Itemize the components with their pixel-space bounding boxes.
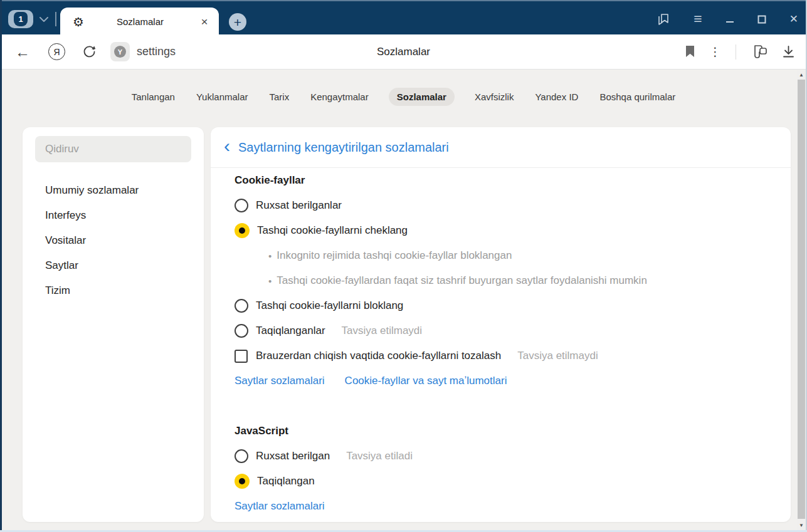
radio-row-taqiqlanganlar[interactable]: Taqiqlanganlar Tavsiya etilmaydi <box>211 318 791 343</box>
reload-icon[interactable] <box>82 44 97 59</box>
scroll-up-icon[interactable]: ▲ <box>797 70 806 79</box>
radio-unselected[interactable] <box>235 199 248 212</box>
radio-selected[interactable] <box>235 223 250 238</box>
toolbar-separator <box>736 44 736 60</box>
radio-row-tashqi-cheklang[interactable]: Tashqi cookie-fayllarni cheklang <box>211 218 791 243</box>
settings-gear-icon: ⚙ <box>73 16 84 28</box>
back-arrow-icon[interactable]: ← <box>15 43 30 61</box>
nav-tab-yandex-id[interactable]: Yandex ID <box>534 88 579 106</box>
nav-tab-xavfsizlik[interactable]: Xavfsizlik <box>473 88 515 106</box>
back-chevron-icon[interactable]: ‹ <box>224 137 230 155</box>
checkbox-label: Brauzerdan chiqish vaqtida cookie-faylla… <box>256 350 501 362</box>
tab-list-chevron-down-icon[interactable] <box>36 10 51 28</box>
sidebar-item-umumiy-sozlamalar[interactable]: Umumiy sozlamalar <box>23 178 204 203</box>
window-maximize-icon[interactable] <box>757 15 766 24</box>
window-close-icon[interactable]: ✕ <box>789 13 798 26</box>
menu-hamburger-icon[interactable]: ≡ <box>694 11 702 28</box>
javascript-links-row: Saytlar sozlamalari <box>211 494 791 519</box>
side-panels-icon[interactable] <box>657 13 670 26</box>
address-url[interactable]: settings <box>137 45 176 58</box>
recommendation-note: Tavsiya etilmaydi <box>342 325 423 337</box>
advanced-site-settings-header[interactable]: ‹ Saytlarning kengaytirilgan sozlamalari <box>211 127 791 168</box>
favicon-y-icon: Y <box>114 46 126 58</box>
yandex-logo-icon[interactable]: Я <box>48 43 65 60</box>
tab-count-badge: 1 <box>14 12 28 26</box>
checkbox-unchecked[interactable] <box>235 350 248 363</box>
nav-tab-yuklanmalar[interactable]: Yuklanmalar <box>195 88 250 106</box>
cookie-bullet-2: • Tashqi cookie-fayllardan faqat siz tas… <box>211 268 791 293</box>
window-minimize-icon[interactable] <box>725 15 734 24</box>
sidebar-item-tizim[interactable]: Tizim <box>23 278 204 303</box>
javascript-section: JavaScript Ruxsat berilgan Tavsiya etila… <box>211 419 791 519</box>
radio-label: Taqiqlangan <box>257 475 315 488</box>
link-saytlar-sozlamalari[interactable]: Saytlar sozlamalari <box>235 375 325 387</box>
section-gap <box>211 394 791 419</box>
radio-row-taqiqlangan[interactable]: Taqiqlangan <box>211 469 791 494</box>
radio-unselected[interactable] <box>235 324 248 338</box>
cookie-links-row: Saytlar sozlamalari Cookie-fayllar va sa… <box>211 368 791 394</box>
toolbar-page-title: Sozlamalar <box>377 46 430 58</box>
recommendation-note: Tavsiya etiladi <box>346 450 413 462</box>
nav-tab-tanlangan[interactable]: Tanlangan <box>130 88 176 106</box>
sidebar-item-interfeys[interactable]: Interfeys <box>23 203 204 228</box>
radio-row-tashqi-bloklang[interactable]: Tashqi cookie-fayllarni bloklang <box>211 293 791 318</box>
new-tab-button[interactable]: + <box>229 13 246 31</box>
radio-label: Ruxsat berilgan <box>256 450 330 462</box>
bullet-icon: • <box>268 251 272 261</box>
sidebar-item-saytlar[interactable]: Saytlar <box>23 253 204 278</box>
radio-label: Tashqi cookie-fayllarni bloklang <box>256 300 403 312</box>
titlebar: 1 ⚙ Sozlamalar × + ≡ ✕ <box>0 0 807 34</box>
nav-tab-boshqa-qurilmalar[interactable]: Boshqa qurilmalar <box>598 88 677 106</box>
radio-selected[interactable] <box>235 474 250 489</box>
bookmark-icon[interactable] <box>685 46 695 58</box>
settings-sidebar: Umumiy sozlamalar Interfeys Vositalar Sa… <box>23 127 204 522</box>
settings-nav-tabs: Tanlangan Yuklanmalar Tarix Kengaytmalar… <box>0 88 807 106</box>
sidebar-item-vositalar[interactable]: Vositalar <box>23 228 204 253</box>
scroll-down-icon[interactable]: ▼ <box>797 521 806 529</box>
more-options-icon[interactable]: ⋮ <box>709 44 721 59</box>
tab-counter-button[interactable]: 1 <box>8 10 33 28</box>
nav-tab-sozlamalar[interactable]: Sozlamalar <box>389 88 455 106</box>
nav-tab-kengaytmalar[interactable]: Kengaytmalar <box>309 88 370 106</box>
javascript-section-title: JavaScript <box>211 419 791 444</box>
collections-icon[interactable] <box>751 44 768 60</box>
radio-label: Ruxsat berilganlar <box>256 199 342 212</box>
scrollbar-thumb[interactable] <box>798 80 805 519</box>
radio-label: Tashqi cookie-fayllarni cheklang <box>257 224 408 237</box>
downloads-icon[interactable] <box>783 46 794 58</box>
sidebar-search-box[interactable] <box>35 136 191 162</box>
radio-unselected[interactable] <box>235 299 248 313</box>
tab-title: Sozlamalar <box>84 16 196 27</box>
cookie-section: Cookie-fayllar Ruxsat berilganlar Tashqi… <box>211 168 791 394</box>
radio-row-ruxsat-berilganlar[interactable]: Ruxsat berilganlar <box>211 193 791 218</box>
radio-unselected[interactable] <box>235 449 248 463</box>
tab-close-icon[interactable]: × <box>196 14 213 30</box>
bullet-text: Inkognito rejimida tashqi cookie-fayllar… <box>277 249 512 262</box>
bullet-icon: • <box>268 276 272 286</box>
link-cookie-sayt-malumotlari[interactable]: Cookie-fayllar va sayt maʼlumotlari <box>345 375 507 387</box>
radio-row-ruxsat-berilgan[interactable]: Ruxsat berilgan Tavsiya etiladi <box>211 444 791 469</box>
settings-main-panel: ‹ Saytlarning kengaytirilgan sozlamalari… <box>211 127 791 522</box>
window-frame-left <box>0 0 2 532</box>
search-input[interactable] <box>35 136 191 162</box>
toolbar: ← Я Y settings Sozlamalar ⋮ <box>0 34 807 70</box>
link-saytlar-sozlamalari[interactable]: Saytlar sozlamalari <box>235 500 325 513</box>
browser-tab-active[interactable]: ⚙ Sozlamalar × <box>60 8 219 36</box>
checkbox-row-clear-cookies[interactable]: Brauzerdan chiqish vaqtida cookie-faylla… <box>211 343 791 368</box>
cookie-bullet-1: • Inkognito rejimida tashqi cookie-fayll… <box>211 243 791 268</box>
bullet-text: Tashqi cookie-fayllardan faqat siz tashr… <box>277 274 647 287</box>
radio-label: Taqiqlanganlar <box>256 325 325 337</box>
nav-tab-tarix[interactable]: Tarix <box>268 88 290 106</box>
page-favicon: Y <box>110 42 130 61</box>
page-scrollbar[interactable]: ▲ ▼ <box>797 70 806 530</box>
recommendation-note: Tavsiya etilmaydi <box>517 350 598 362</box>
titlebar-separator <box>55 12 56 26</box>
page-title: Saytlarning kengaytirilgan sozlamalari <box>238 140 449 155</box>
cookie-section-title: Cookie-fayllar <box>211 168 791 193</box>
